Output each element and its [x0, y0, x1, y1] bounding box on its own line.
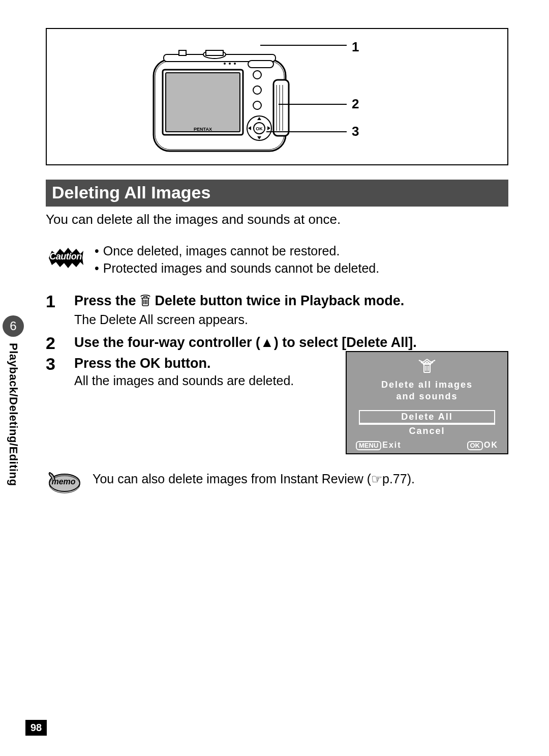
step-heading-pre: Press the	[74, 293, 140, 308]
side-tab: 6 Playback/Deleting/Editing	[0, 315, 26, 486]
caution-block: Caution Once deleted, images cannot be r…	[46, 243, 508, 277]
camera-brand-text: PENTAX	[194, 127, 212, 132]
memo-icon: memo	[46, 472, 81, 494]
trash-icon	[140, 293, 151, 311]
step-number: 1	[46, 292, 62, 332]
step-number: 2	[46, 333, 62, 353]
svg-rect-5	[179, 50, 186, 55]
svg-rect-11	[166, 73, 240, 132]
step-2: 2 Use the four-way controller (▲) to sel…	[46, 333, 508, 353]
chapter-badge: 6	[3, 315, 24, 337]
caution-item: Once deleted, images cannot be restored.	[103, 243, 340, 260]
caution-list: Once deleted, images cannot be restored.…	[95, 243, 379, 277]
callout-3: 3	[352, 124, 359, 139]
lcd-option-cancel: Cancel	[356, 426, 498, 437]
lcd-option-selected: Delete All	[359, 410, 495, 425]
lcd-screenshot: Delete all images and sounds Delete All …	[346, 351, 508, 454]
memo-text-post: ).	[407, 472, 415, 486]
step-sub: The Delete All screen appears.	[74, 312, 508, 327]
svg-point-21	[234, 63, 236, 65]
ok-pill: OK	[467, 441, 483, 450]
menu-pill: MENU	[356, 441, 381, 450]
memo-block: memo You can also delete images from Ins…	[46, 472, 508, 494]
svg-point-20	[229, 63, 231, 65]
section-heading: Deleting All Images	[46, 180, 508, 207]
step-heading: Use the four-way controller (▲) to selec…	[74, 333, 508, 352]
svg-rect-4	[206, 50, 223, 55]
camera-diagram: PENTAX OK 1 2 3	[46, 28, 508, 165]
svg-point-19	[224, 63, 226, 65]
lcd-ok-label: OK	[484, 441, 498, 449]
lcd-exit-label: Exit	[382, 441, 401, 449]
memo-text-pre: You can also delete images from Instant …	[93, 472, 371, 486]
callout-lines	[260, 34, 392, 161]
callout-1: 1	[352, 39, 359, 55]
intro-text: You can delete all the images and sounds…	[46, 212, 508, 227]
page-ref: ☞p.77	[371, 472, 407, 486]
chapter-label: Playback/Deleting/Editing	[7, 343, 20, 486]
step-3: 3 Press the OK button. All the images an…	[46, 354, 508, 454]
page-number: 98	[25, 720, 47, 736]
steps: 1 Press the Delete button twice in Playb…	[46, 292, 508, 455]
step-heading: Press the OK button.	[74, 354, 336, 372]
lcd-msg-line2: and sounds	[396, 391, 458, 401]
callout-2: 2	[352, 96, 359, 112]
step-1: 1 Press the Delete button twice in Playb…	[46, 292, 508, 332]
delete-all-icon	[356, 357, 498, 377]
step-heading-post: Delete button twice in Playback mode.	[151, 293, 404, 308]
step-number: 3	[46, 354, 62, 454]
caution-item: Protected images and sounds cannot be de…	[103, 260, 379, 277]
caution-icon: Caution	[46, 246, 85, 270]
step-sub: All the images and sounds are deleted.	[74, 373, 336, 388]
lcd-msg-line1: Delete all images	[381, 380, 473, 390]
